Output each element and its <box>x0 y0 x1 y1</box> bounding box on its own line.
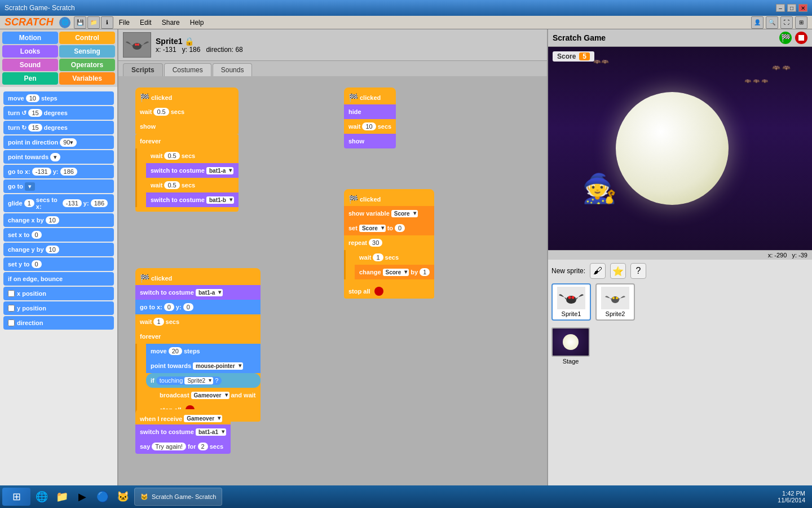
block-show-1[interactable]: show <box>135 119 239 134</box>
grid-icon[interactable]: ⊞ <box>795 16 807 29</box>
block-when-clicked-3[interactable]: 🏁 clicked <box>344 189 434 206</box>
block-set-x[interactable]: set x to 0 <box>3 228 114 242</box>
menu-share[interactable]: Share <box>157 17 184 28</box>
block-bounce[interactable]: if on edge, bounce <box>3 272 114 286</box>
person-icon[interactable]: 👤 <box>751 16 764 29</box>
green-flag-button[interactable]: 🏁 <box>779 32 792 44</box>
maximize-button[interactable]: □ <box>787 4 796 12</box>
sprite-card-1[interactable]: Sprite1 <box>551 283 591 321</box>
tab-sounds[interactable]: Sounds <box>213 63 253 76</box>
block-switch-costume-4a[interactable]: switch to costume bat1-a <box>135 285 261 300</box>
direction-checkbox[interactable] <box>8 319 15 326</box>
x-pos-checkbox[interactable] <box>8 290 15 297</box>
block-point-towards-4[interactable]: point towards mouse-pointer <box>146 358 261 373</box>
block-set-y[interactable]: set y to 0 <box>3 257 114 271</box>
cat-pen[interactable]: Pen <box>2 72 58 85</box>
fullscreen-icon[interactable]: ⛶ <box>780 16 793 29</box>
block-stop-3[interactable]: stop all <box>344 284 434 299</box>
menu-edit[interactable]: Edit <box>135 17 156 28</box>
block-switch-5[interactable]: switch to costume bat1-a1 <box>135 424 231 439</box>
block-if-4[interactable]: if touching Sprite2 ? <box>146 373 261 388</box>
cat-sound[interactable]: Sound <box>2 59 58 71</box>
stop-button[interactable] <box>795 32 807 44</box>
block-repeat-3[interactable]: repeat 30 <box>344 235 434 250</box>
folder-icon[interactable]: 📁 <box>87 16 100 29</box>
taskbar-ie[interactable]: 🌐 <box>33 488 51 506</box>
block-change-x[interactable]: change x by 10 <box>3 213 114 227</box>
stage-card[interactable] <box>551 327 590 357</box>
info-icon[interactable]: ℹ <box>101 16 113 29</box>
sprite-card-2[interactable]: Sprite2 <box>595 283 635 321</box>
block-turn-cw[interactable]: turn ↻ 15 degrees <box>3 121 114 134</box>
scripts-canvas[interactable]: 🏁 clicked wait 0.5 secs show forever wai… <box>118 76 547 508</box>
search-icon[interactable]: 🔍 <box>766 16 778 29</box>
taskbar-chrome[interactable]: 🔵 <box>94 488 112 506</box>
block-wait-2[interactable]: wait 10 secs <box>344 119 396 134</box>
block-y-position[interactable]: y position <box>3 301 114 315</box>
block-switch-costume-1b[interactable]: switch to costume bat1-b <box>146 192 239 207</box>
new-sprite-paint[interactable]: 🖌 <box>590 263 606 279</box>
coord-display: x: -290 y: -39 <box>548 250 812 260</box>
taskbar-scratch-app[interactable]: 🐱Scratch Game- Scratch <box>134 488 222 506</box>
cat-control[interactable]: Control <box>59 32 115 44</box>
flag-icon-3: 🏁 <box>348 195 358 204</box>
stage-controls: 🏁 <box>779 32 807 44</box>
block-wait-4[interactable]: wait 1 secs <box>135 314 261 329</box>
block-when-clicked-2[interactable]: 🏁 clicked <box>344 87 396 104</box>
block-move[interactable]: move 10 steps <box>3 91 114 105</box>
block-receive-5[interactable]: when I receive Gameover <box>135 409 231 424</box>
block-point-direction[interactable]: point in direction 90▾ <box>3 135 114 149</box>
cat-motion[interactable]: Motion <box>2 32 58 44</box>
block-when-clicked-4[interactable]: 🏁 clicked <box>135 268 261 285</box>
taskbar-media[interactable]: ▶ <box>73 488 91 506</box>
block-change-y[interactable]: change y by 10 <box>3 243 114 256</box>
start-button[interactable]: ⊞ <box>2 488 30 506</box>
svg-point-1 <box>135 43 137 46</box>
block-glide[interactable]: glide 1 secs to x: -131 y: 186 <box>3 194 114 212</box>
block-point-towards[interactable]: point towards ▾ <box>3 150 114 164</box>
block-wait-inner-1[interactable]: wait 0.5 secs <box>146 148 239 163</box>
block-hide-2[interactable]: hide <box>344 104 396 119</box>
block-show-var-3[interactable]: show variable Score <box>344 206 434 221</box>
block-go-to[interactable]: go to ▾ <box>3 179 114 193</box>
close-button[interactable]: ✕ <box>798 4 807 12</box>
cat-operators[interactable]: Operators <box>59 59 115 71</box>
menu-help[interactable]: Help <box>186 17 209 28</box>
block-set-score-3[interactable]: set Score to 0 <box>344 221 434 235</box>
block-wait-1[interactable]: wait 0.5 secs <box>135 104 239 119</box>
new-sprite-star[interactable]: ⭐ <box>610 263 626 279</box>
block-forever-1[interactable]: forever <box>135 134 239 148</box>
bats-right-2: 🦇 🦇 🦇 <box>744 78 768 84</box>
block-goto-4[interactable]: go to x: 0 y: 0 <box>135 300 261 314</box>
block-broadcast-4[interactable]: broadcast Gameover and wait <box>155 388 261 402</box>
block-when-clicked-1[interactable]: 🏁 clicked <box>135 87 239 104</box>
tab-costumes[interactable]: Costumes <box>164 63 211 76</box>
block-say-5[interactable]: say Try again! for 2 secs <box>135 439 231 454</box>
block-x-position[interactable]: x position <box>3 287 114 300</box>
score-display: Score 5 <box>553 51 594 62</box>
block-wait-3[interactable]: wait 1 secs <box>355 250 434 265</box>
minimize-button[interactable]: – <box>776 4 785 12</box>
block-change-score-3[interactable]: change Score by 1 <box>355 265 434 279</box>
block-go-to-xy[interactable]: go to x: -131 y: 186 <box>3 165 114 178</box>
titlebar-left: Scratch Game- Scratch <box>5 4 75 12</box>
block-wait-inner-2[interactable]: wait 0.5 secs <box>146 178 239 192</box>
taskbar-explorer[interactable]: 📁 <box>53 488 71 506</box>
new-sprite-question[interactable]: ? <box>630 263 646 279</box>
y-pos-checkbox[interactable] <box>8 305 15 312</box>
tab-scripts[interactable]: Scripts <box>123 63 163 76</box>
menu-file[interactable]: File <box>114 17 134 28</box>
block-switch-costume-1a[interactable]: switch to costume bat1-a <box>146 163 239 178</box>
block-move-4[interactable]: move 20 steps <box>146 344 261 358</box>
svg-point-8 <box>612 297 615 299</box>
cat-sensing[interactable]: Sensing <box>59 45 115 58</box>
cat-variables[interactable]: Variables <box>59 72 115 85</box>
save-icon[interactable]: 💾 <box>74 16 86 29</box>
taskbar-scratch[interactable]: 🐱 <box>114 488 132 506</box>
block-direction[interactable]: direction <box>3 316 114 330</box>
block-turn-ccw[interactable]: turn ↺ 15 degrees <box>3 106 114 120</box>
cat-looks[interactable]: Looks <box>2 45 58 58</box>
block-show-2[interactable]: show <box>344 134 396 148</box>
svg-point-6 <box>572 296 575 299</box>
block-forever-4[interactable]: forever <box>135 329 261 344</box>
